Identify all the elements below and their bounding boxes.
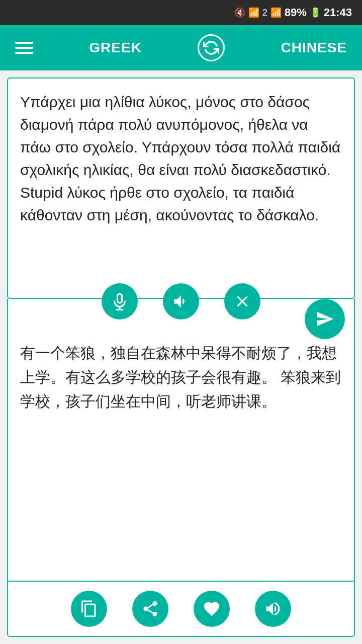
clock: 21:43 bbox=[324, 6, 352, 19]
send-button[interactable] bbox=[305, 299, 345, 339]
wifi-icon: 📶 bbox=[248, 7, 259, 18]
mute-icon: 🔇 bbox=[234, 7, 245, 18]
source-controls-bar bbox=[7, 299, 355, 329]
signal-icon: 📶 bbox=[270, 7, 282, 18]
source-text-panel: Υπάρχει μια ηλίθια λύκος, μόνος στο δάσο… bbox=[7, 77, 355, 299]
battery-icon: 🔋 bbox=[310, 7, 321, 18]
favorite-button[interactable] bbox=[194, 591, 230, 627]
menu-line-1 bbox=[15, 42, 33, 44]
bottom-action-bar bbox=[7, 582, 355, 637]
target-text[interactable]: 有一个笨狼，独自在森林中呆得不耐烦了，我想上学。有这么多学校的孩子会很有趣。 笨… bbox=[20, 341, 342, 414]
target-language-label[interactable]: CHINESE bbox=[281, 40, 347, 56]
status-bar: 🔇 📶 2 📶 89% 🔋 21:43 bbox=[0, 0, 362, 25]
swap-languages-button[interactable] bbox=[198, 34, 225, 61]
main-content: Υπάρχει μια ηλίθια λύκος, μόνος στο δάσο… bbox=[0, 70, 362, 644]
microphone-button[interactable] bbox=[102, 283, 138, 319]
clear-button[interactable] bbox=[224, 283, 260, 319]
source-language-label[interactable]: GREEK bbox=[89, 40, 142, 56]
menu-button[interactable] bbox=[15, 42, 33, 54]
share-button[interactable] bbox=[132, 591, 168, 627]
sim-icon: 2 bbox=[262, 8, 267, 18]
copy-button[interactable] bbox=[71, 591, 107, 627]
status-icons: 🔇 📶 2 📶 89% 🔋 21:43 bbox=[234, 6, 352, 19]
source-controls-wrapper bbox=[7, 299, 355, 329]
menu-line-2 bbox=[15, 47, 33, 49]
app-header: GREEK CHINESE bbox=[0, 25, 362, 70]
source-text[interactable]: Υπάρχει μια ηλίθια λύκος, μόνος στο δάσο… bbox=[20, 91, 342, 226]
battery-percent: 89% bbox=[285, 6, 307, 19]
speaker-button[interactable] bbox=[163, 283, 199, 319]
menu-line-3 bbox=[15, 52, 33, 54]
volume-button[interactable] bbox=[255, 591, 291, 627]
target-text-panel: 有一个笨狼，独自在森林中呆得不耐烦了，我想上学。有这么多学校的孩子会很有趣。 笨… bbox=[7, 329, 355, 582]
